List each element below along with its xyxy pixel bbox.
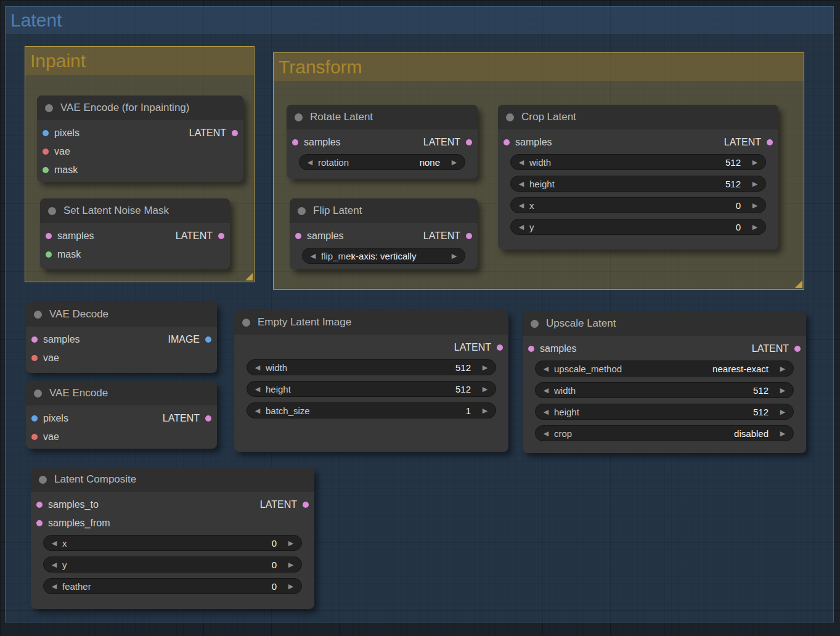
node-titlebar[interactable]: Latent Composite — [31, 467, 314, 492]
collapse-dot-icon[interactable] — [531, 320, 539, 328]
increment-arrow-icon[interactable]: ▶ — [777, 408, 788, 416]
node-vae-encode-for-inpainting[interactable]: VAE Encode (for Inpainting) pixels LATEN… — [37, 96, 243, 182]
widget-flip-method[interactable]: ◀ flip_met x-axis: vertically ▶ — [302, 248, 465, 264]
node-flip-latent[interactable]: Flip Latent samples LATENT ◀ flip_met x-… — [290, 198, 478, 269]
node-titlebar[interactable]: Flip Latent — [290, 198, 478, 223]
input-port-samples-to[interactable] — [36, 502, 43, 508]
output-port-latent[interactable] — [466, 139, 472, 145]
input-port-samples[interactable] — [292, 139, 298, 145]
collapse-dot-icon[interactable] — [48, 207, 56, 215]
output-port-latent[interactable] — [232, 130, 238, 136]
increment-arrow-icon[interactable]: ▶ — [479, 407, 491, 415]
widget-batch-size[interactable]: ◀ batch_size 1 ▶ — [247, 402, 496, 418]
widget-height[interactable]: ◀ height 512 ▶ — [247, 381, 496, 397]
node-vae-decode[interactable]: VAE Decode samples IMAGE vae — [26, 302, 217, 373]
widget-feather[interactable]: ◀ feather 0 ▶ — [43, 578, 302, 594]
increment-arrow-icon[interactable]: ▶ — [479, 364, 491, 372]
node-titlebar[interactable]: Crop Latent — [498, 105, 778, 129]
widget-y[interactable]: ◀ y 0 ▶ — [43, 556, 302, 573]
widget-height[interactable]: ◀ height 512 ▶ — [535, 404, 794, 420]
output-port-latent[interactable] — [497, 344, 503, 351]
widget-upscale-method[interactable]: ◀ upscale_method nearest-exact ▶ — [535, 361, 794, 377]
widget-y[interactable]: ◀ y 0 ▶ — [510, 219, 766, 235]
widget-x[interactable]: ◀ x 0 ▶ — [510, 197, 766, 213]
increment-arrow-icon[interactable]: ▶ — [777, 365, 788, 373]
output-port-latent[interactable] — [767, 139, 773, 145]
group-transform-titlebar[interactable]: Transform — [274, 53, 804, 81]
decrement-arrow-icon[interactable]: ◀ — [252, 364, 263, 372]
increment-arrow-icon[interactable]: ▶ — [285, 539, 296, 547]
input-port-pixels[interactable] — [43, 130, 49, 136]
decrement-arrow-icon[interactable]: ◀ — [49, 582, 60, 590]
group-resize-handle-icon[interactable] — [245, 273, 253, 280]
input-port-samples[interactable] — [31, 336, 38, 343]
decrement-arrow-icon[interactable]: ◀ — [540, 365, 552, 373]
input-port-pixels[interactable] — [31, 415, 38, 422]
collapse-dot-icon[interactable] — [34, 311, 42, 319]
node-rotate-latent[interactable]: Rotate Latent samples LATENT ◀ rotation … — [287, 105, 478, 179]
group-resize-handle-icon[interactable] — [795, 280, 802, 288]
group-latent-titlebar[interactable]: Latent — [6, 7, 833, 34]
widget-crop[interactable]: ◀ crop disabled ▶ — [535, 425, 794, 441]
output-port-latent[interactable] — [466, 233, 472, 239]
output-port-image[interactable] — [205, 336, 211, 343]
increment-arrow-icon[interactable]: ▶ — [749, 202, 760, 210]
output-port-latent[interactable] — [303, 502, 309, 508]
widget-width[interactable]: ◀ width 512 ▶ — [247, 359, 496, 375]
increment-arrow-icon[interactable]: ▶ — [777, 430, 788, 438]
node-titlebar[interactable]: Set Latent Noise Mask — [40, 198, 230, 223]
decrement-arrow-icon[interactable]: ◀ — [516, 180, 527, 188]
collapse-dot-icon[interactable] — [39, 476, 47, 484]
input-port-mask[interactable] — [46, 251, 52, 258]
widget-width[interactable]: ◀ width 512 ▶ — [535, 382, 794, 398]
input-port-samples[interactable] — [504, 139, 510, 145]
output-port-latent[interactable] — [218, 233, 224, 239]
widget-rotation[interactable]: ◀ rotation none ▶ — [299, 154, 465, 170]
collapse-dot-icon[interactable] — [506, 113, 514, 121]
decrement-arrow-icon[interactable]: ◀ — [540, 430, 552, 438]
increment-arrow-icon[interactable]: ▶ — [749, 223, 760, 231]
node-latent-composite[interactable]: Latent Composite samples_to LATENT sampl… — [31, 467, 314, 609]
decrement-arrow-icon[interactable]: ◀ — [304, 158, 316, 166]
decrement-arrow-icon[interactable]: ◀ — [49, 539, 60, 547]
node-titlebar[interactable]: VAE Encode — [26, 381, 217, 406]
widget-x[interactable]: ◀ x 0 ▶ — [43, 535, 302, 551]
group-inpaint-titlebar[interactable]: Inpaint — [25, 47, 254, 75]
node-titlebar[interactable]: Empty Latent Image — [234, 310, 508, 335]
collapse-dot-icon[interactable] — [45, 104, 53, 112]
input-port-vae[interactable] — [31, 355, 38, 361]
node-vae-encode[interactable]: VAE Encode pixels LATENT vae — [26, 381, 217, 449]
widget-width[interactable]: ◀ width 512 ▶ — [510, 154, 766, 170]
collapse-dot-icon[interactable] — [242, 319, 250, 327]
decrement-arrow-icon[interactable]: ◀ — [516, 202, 527, 210]
collapse-dot-icon[interactable] — [295, 113, 303, 121]
node-titlebar[interactable]: VAE Decode — [26, 302, 217, 327]
input-port-mask[interactable] — [43, 167, 49, 173]
decrement-arrow-icon[interactable]: ◀ — [540, 386, 552, 394]
decrement-arrow-icon[interactable]: ◀ — [516, 223, 527, 231]
input-port-samples[interactable] — [528, 346, 534, 352]
decrement-arrow-icon[interactable]: ◀ — [49, 561, 60, 569]
increment-arrow-icon[interactable]: ▶ — [285, 582, 296, 590]
node-titlebar[interactable]: Rotate Latent — [287, 105, 478, 129]
input-port-samples[interactable] — [46, 233, 52, 239]
increment-arrow-icon[interactable]: ▶ — [285, 561, 296, 569]
input-port-samples[interactable] — [295, 233, 301, 239]
collapse-dot-icon[interactable] — [34, 389, 42, 398]
decrement-arrow-icon[interactable]: ◀ — [516, 158, 527, 166]
increment-arrow-icon[interactable]: ▶ — [479, 385, 491, 393]
decrement-arrow-icon[interactable]: ◀ — [252, 407, 263, 415]
node-titlebar[interactable]: VAE Encode (for Inpainting) — [37, 96, 243, 120]
increment-arrow-icon[interactable]: ▶ — [749, 158, 760, 166]
collapse-dot-icon[interactable] — [298, 207, 306, 215]
input-port-samples-from[interactable] — [36, 520, 43, 526]
widget-height[interactable]: ◀ height 512 ▶ — [510, 176, 766, 192]
decrement-arrow-icon[interactable]: ◀ — [252, 385, 263, 393]
decrement-arrow-icon[interactable]: ◀ — [540, 408, 552, 416]
input-port-vae[interactable] — [31, 434, 38, 440]
increment-arrow-icon[interactable]: ▶ — [449, 158, 460, 166]
output-port-latent[interactable] — [205, 415, 211, 422]
increment-arrow-icon[interactable]: ▶ — [749, 180, 760, 188]
node-empty-latent-image[interactable]: Empty Latent Image LATENT ◀ width 512 ▶ … — [234, 310, 508, 452]
node-set-latent-noise-mask[interactable]: Set Latent Noise Mask samples LATENT mas… — [40, 198, 230, 269]
